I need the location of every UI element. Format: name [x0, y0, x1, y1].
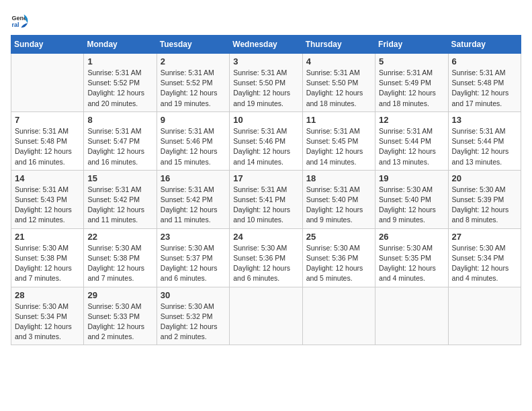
- calendar-cell: 17Sunrise: 5:31 AMSunset: 5:41 PMDayligh…: [230, 170, 302, 228]
- calendar-cell: 2Sunrise: 5:31 AMSunset: 5:52 PMDaylight…: [157, 54, 229, 112]
- day-number: 17: [233, 173, 298, 183]
- calendar-header-cell: Saturday: [448, 36, 521, 54]
- day-number: 24: [233, 232, 298, 242]
- day-info: Sunrise: 5:30 AMSunset: 5:39 PMDaylight:…: [452, 185, 517, 226]
- day-number: 26: [379, 232, 444, 242]
- calendar-week-row: 14Sunrise: 5:31 AMSunset: 5:43 PMDayligh…: [11, 170, 521, 228]
- day-info: Sunrise: 5:30 AMSunset: 5:36 PMDaylight:…: [306, 243, 371, 284]
- day-info: Sunrise: 5:30 AMSunset: 5:34 PMDaylight:…: [452, 243, 517, 284]
- day-number: 27: [452, 232, 517, 242]
- day-number: 15: [87, 173, 152, 183]
- calendar-cell: 8Sunrise: 5:31 AMSunset: 5:47 PMDaylight…: [84, 111, 157, 170]
- day-info: Sunrise: 5:30 AMSunset: 5:32 PMDaylight:…: [161, 302, 226, 342]
- day-info: Sunrise: 5:30 AMSunset: 5:40 PMDaylight:…: [379, 185, 444, 226]
- calendar-cell: 19Sunrise: 5:30 AMSunset: 5:40 PMDayligh…: [375, 170, 448, 228]
- calendar-header-cell: Wednesday: [230, 36, 302, 54]
- day-number: 7: [15, 115, 80, 125]
- calendar-cell: 12Sunrise: 5:31 AMSunset: 5:44 PMDayligh…: [375, 111, 448, 170]
- header: Gene ral: [11, 11, 521, 30]
- calendar-cell: 20Sunrise: 5:30 AMSunset: 5:39 PMDayligh…: [448, 170, 521, 228]
- day-info: Sunrise: 5:30 AMSunset: 5:36 PMDaylight:…: [233, 243, 298, 284]
- day-number: 19: [379, 173, 444, 183]
- calendar-cell: [448, 287, 521, 345]
- calendar-table: SundayMondayTuesdayWednesdayThursdayFrid…: [11, 35, 521, 345]
- calendar-cell: [230, 287, 302, 345]
- calendar-cell: 28Sunrise: 5:30 AMSunset: 5:34 PMDayligh…: [11, 287, 84, 345]
- calendar-cell: 16Sunrise: 5:31 AMSunset: 5:42 PMDayligh…: [157, 170, 229, 228]
- calendar-cell: 1Sunrise: 5:31 AMSunset: 5:52 PMDaylight…: [84, 54, 157, 112]
- logo: Gene ral: [11, 11, 32, 30]
- calendar-cell: 11Sunrise: 5:31 AMSunset: 5:45 PMDayligh…: [302, 111, 375, 170]
- day-number: 23: [161, 232, 226, 242]
- calendar-cell: [11, 54, 84, 112]
- day-number: 20: [452, 173, 517, 183]
- day-number: 9: [161, 115, 226, 125]
- calendar-cell: 6Sunrise: 5:31 AMSunset: 5:48 PMDaylight…: [448, 54, 521, 112]
- calendar-body: 1Sunrise: 5:31 AMSunset: 5:52 PMDaylight…: [11, 54, 521, 345]
- day-number: 8: [87, 115, 152, 125]
- calendar-header-cell: Sunday: [11, 36, 84, 54]
- calendar-cell: [375, 287, 448, 345]
- day-info: Sunrise: 5:31 AMSunset: 5:45 PMDaylight:…: [306, 126, 371, 167]
- day-info: Sunrise: 5:31 AMSunset: 5:46 PMDaylight:…: [161, 126, 226, 167]
- day-info: Sunrise: 5:31 AMSunset: 5:52 PMDaylight:…: [87, 68, 152, 109]
- calendar-cell: 26Sunrise: 5:30 AMSunset: 5:35 PMDayligh…: [375, 228, 448, 287]
- calendar-cell: [302, 287, 375, 345]
- day-info: Sunrise: 5:31 AMSunset: 5:43 PMDaylight:…: [15, 185, 80, 226]
- day-info: Sunrise: 5:31 AMSunset: 5:52 PMDaylight:…: [161, 68, 226, 109]
- calendar-header-cell: Friday: [375, 36, 448, 54]
- calendar-cell: 7Sunrise: 5:31 AMSunset: 5:48 PMDaylight…: [11, 111, 84, 170]
- calendar-cell: 9Sunrise: 5:31 AMSunset: 5:46 PMDaylight…: [157, 111, 229, 170]
- svg-text:ral: ral: [11, 21, 19, 28]
- calendar-cell: 23Sunrise: 5:30 AMSunset: 5:37 PMDayligh…: [157, 228, 229, 287]
- day-info: Sunrise: 5:31 AMSunset: 5:48 PMDaylight:…: [15, 126, 80, 167]
- calendar-header-cell: Thursday: [302, 36, 375, 54]
- day-number: 1: [87, 56, 152, 66]
- calendar-week-row: 7Sunrise: 5:31 AMSunset: 5:48 PMDaylight…: [11, 111, 521, 170]
- day-info: Sunrise: 5:31 AMSunset: 5:42 PMDaylight:…: [87, 185, 152, 226]
- calendar-header-row: SundayMondayTuesdayWednesdayThursdayFrid…: [11, 36, 521, 54]
- day-number: 28: [15, 290, 80, 300]
- day-number: 6: [452, 56, 517, 66]
- day-number: 30: [161, 290, 226, 300]
- day-info: Sunrise: 5:30 AMSunset: 5:35 PMDaylight:…: [379, 243, 444, 284]
- day-info: Sunrise: 5:31 AMSunset: 5:44 PMDaylight:…: [379, 126, 444, 167]
- day-number: 14: [15, 173, 80, 183]
- day-number: 2: [161, 56, 226, 66]
- day-number: 12: [379, 115, 444, 125]
- day-info: Sunrise: 5:31 AMSunset: 5:49 PMDaylight:…: [379, 68, 444, 109]
- day-info: Sunrise: 5:31 AMSunset: 5:44 PMDaylight:…: [452, 126, 517, 167]
- calendar-cell: 27Sunrise: 5:30 AMSunset: 5:34 PMDayligh…: [448, 228, 521, 287]
- calendar-header-cell: Monday: [84, 36, 157, 54]
- day-number: 25: [306, 232, 371, 242]
- day-number: 11: [306, 115, 371, 125]
- calendar-cell: 29Sunrise: 5:30 AMSunset: 5:33 PMDayligh…: [84, 287, 157, 345]
- day-number: 29: [87, 290, 152, 300]
- calendar-cell: 21Sunrise: 5:30 AMSunset: 5:38 PMDayligh…: [11, 228, 84, 287]
- day-number: 4: [306, 56, 371, 66]
- day-info: Sunrise: 5:31 AMSunset: 5:50 PMDaylight:…: [233, 68, 298, 109]
- day-number: 10: [233, 115, 298, 125]
- calendar-cell: 30Sunrise: 5:30 AMSunset: 5:32 PMDayligh…: [157, 287, 229, 345]
- calendar-header-cell: Tuesday: [157, 36, 229, 54]
- calendar-cell: 3Sunrise: 5:31 AMSunset: 5:50 PMDaylight…: [230, 54, 302, 112]
- day-info: Sunrise: 5:31 AMSunset: 5:46 PMDaylight:…: [233, 126, 298, 167]
- day-info: Sunrise: 5:30 AMSunset: 5:33 PMDaylight:…: [87, 302, 152, 342]
- day-number: 13: [452, 115, 517, 125]
- day-info: Sunrise: 5:31 AMSunset: 5:48 PMDaylight:…: [452, 68, 517, 109]
- day-number: 16: [161, 173, 226, 183]
- calendar-cell: 14Sunrise: 5:31 AMSunset: 5:43 PMDayligh…: [11, 170, 84, 228]
- day-number: 21: [15, 232, 80, 242]
- calendar-week-row: 1Sunrise: 5:31 AMSunset: 5:52 PMDaylight…: [11, 54, 521, 112]
- day-number: 5: [379, 56, 444, 66]
- day-info: Sunrise: 5:30 AMSunset: 5:38 PMDaylight:…: [87, 243, 152, 284]
- day-number: 3: [233, 56, 298, 66]
- calendar-cell: 22Sunrise: 5:30 AMSunset: 5:38 PMDayligh…: [84, 228, 157, 287]
- day-info: Sunrise: 5:31 AMSunset: 5:40 PMDaylight:…: [306, 185, 371, 226]
- day-info: Sunrise: 5:30 AMSunset: 5:37 PMDaylight:…: [161, 243, 226, 284]
- calendar-cell: 15Sunrise: 5:31 AMSunset: 5:42 PMDayligh…: [84, 170, 157, 228]
- day-info: Sunrise: 5:31 AMSunset: 5:42 PMDaylight:…: [161, 185, 226, 226]
- day-info: Sunrise: 5:30 AMSunset: 5:38 PMDaylight:…: [15, 243, 80, 284]
- logo-icon: Gene ral: [11, 11, 30, 30]
- calendar-cell: 18Sunrise: 5:31 AMSunset: 5:40 PMDayligh…: [302, 170, 375, 228]
